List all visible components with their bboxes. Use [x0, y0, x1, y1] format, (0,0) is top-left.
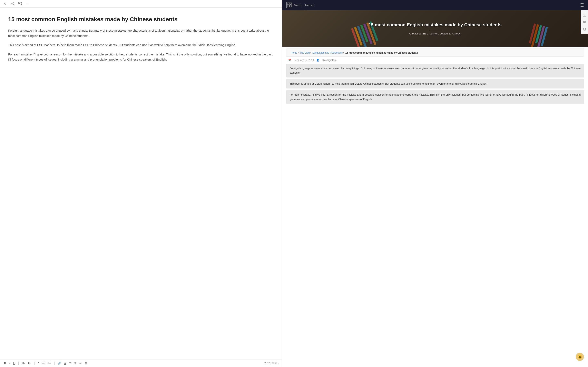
author-icon: 👤 — [316, 59, 319, 62]
toolbar-divider-2 — [34, 362, 35, 365]
right-sidebar — [581, 10, 588, 34]
format-quote[interactable]: " — [37, 361, 40, 365]
hero-divider — [429, 30, 441, 30]
editor-title: 15 most common English mistakes made by … — [8, 16, 274, 23]
svg-text:3.: 3. — [48, 363, 49, 364]
breadcrumb-sep-3: » — [343, 51, 345, 54]
svg-point-2 — [13, 4, 14, 5]
share-icon[interactable] — [11, 2, 15, 6]
svg-point-12 — [42, 362, 43, 362]
word-count-chevron[interactable]: ▾ — [277, 362, 279, 365]
logo-icon — [286, 2, 292, 8]
article-paragraphs: Foreign language mistakes can be caused … — [284, 64, 586, 104]
svg-rect-22 — [289, 3, 291, 4]
svg-point-13 — [42, 363, 43, 363]
editor-content-area[interactable]: 15 most common English mistakes made by … — [0, 8, 282, 359]
format-h1[interactable]: H₁ — [21, 361, 26, 365]
editor-paragraph-1: Foreign language mistakes can be caused … — [8, 28, 274, 38]
svg-point-25 — [290, 4, 291, 5]
sidebar-checkmark-icon[interactable] — [582, 12, 587, 17]
editor-bottom-toolbar: B I U H₁ H₂ " 1. 2. 3. — [0, 359, 282, 367]
format-underline[interactable]: U — [12, 361, 16, 365]
browser-preview-panel: Being Nomad ☰ — [282, 0, 588, 367]
more-icon[interactable]: ··· — [25, 2, 29, 6]
article-paragraph-1: Foreign language mistakes can be caused … — [286, 64, 584, 77]
format-link[interactable]: 🔗 — [57, 361, 62, 365]
format-ol[interactable]: 1. 2. 3. — [47, 361, 52, 365]
breadcrumb-category[interactable]: Languages and Interactions — [312, 51, 343, 54]
floating-emoji: 😊 — [578, 355, 582, 359]
breadcrumb-home[interactable]: Home — [291, 51, 297, 54]
format-indent[interactable]: ⇥ — [78, 361, 82, 365]
format-italic[interactable]: I — [8, 361, 11, 365]
svg-marker-29 — [583, 28, 586, 30]
word-count-value: 129 单词 — [267, 361, 277, 365]
breadcrumb-blog[interactable]: The Blog — [300, 51, 310, 54]
article-meta: 📅 February 17, 2019 👤 Ola Jagielska — [284, 57, 586, 64]
hero-text-container: 15 most common English mistakes made by … — [364, 18, 506, 39]
hamburger-menu[interactable]: ☰ — [580, 3, 584, 8]
breadcrumb-sep-1: » — [298, 51, 300, 54]
format-h2[interactable]: H₂ — [27, 361, 32, 365]
site-logo-text: Being Nomad — [294, 3, 314, 7]
hero-title: 15 most common English mistakes made by … — [369, 22, 502, 28]
svg-line-28 — [584, 21, 585, 23]
article-paragraph-2: This post is aimed at ESL teachers, to h… — [286, 79, 584, 89]
refresh-icon[interactable]: ↻ — [3, 2, 7, 6]
expand-icon[interactable] — [18, 2, 22, 6]
format-bold[interactable]: B — [3, 361, 7, 365]
floating-emoji-button[interactable]: 😊 — [576, 353, 584, 361]
editor-panel: ↻ ··· 15 most common English mistakes ma… — [0, 0, 282, 367]
editor-paragraph-2: This post is aimed at ESL teachers, to h… — [8, 42, 274, 48]
format-underline-a[interactable]: A — [63, 361, 67, 365]
editor-top-toolbar: ↻ ··· — [0, 0, 282, 8]
editor-body[interactable]: Foreign language mistakes can be caused … — [8, 28, 274, 62]
format-ul[interactable] — [41, 361, 46, 365]
word-count: ⏱ 129 单词 ▾ — [264, 361, 279, 365]
svg-rect-23 — [287, 5, 289, 7]
hero-subtitle: And tips for ESL teachers on how to fix … — [369, 32, 502, 35]
article-paragraph-3: For each mistake, I'll give both a reaso… — [286, 90, 584, 104]
article-date: February 17, 2019 — [294, 59, 314, 62]
svg-point-0 — [13, 2, 14, 3]
format-image[interactable]: 🖼 — [84, 361, 88, 365]
calendar-icon: 📅 — [288, 59, 291, 62]
svg-rect-21 — [287, 3, 289, 5]
format-text[interactable]: T — [68, 361, 72, 365]
article-area[interactable]: Home » The Blog » Languages and Interact… — [282, 47, 588, 367]
svg-point-14 — [42, 364, 43, 364]
svg-rect-27 — [583, 13, 586, 16]
site-navigation: Being Nomad ☰ — [282, 0, 588, 10]
breadcrumb-text: Home » The Blog » Languages and Interact… — [291, 51, 418, 54]
svg-rect-6 — [20, 4, 21, 5]
hero-image-section: 15 most common English mistakes made by … — [282, 10, 588, 47]
svg-line-3 — [12, 3, 13, 3]
breadcrumb: Home » The Blog » Languages and Interact… — [286, 49, 584, 57]
svg-line-4 — [12, 4, 13, 4]
breadcrumb-sep-2: » — [310, 51, 312, 54]
sidebar-layers-icon[interactable] — [582, 26, 587, 32]
svg-rect-5 — [18, 2, 20, 3]
sidebar-code-icon[interactable] — [582, 19, 587, 25]
editor-paragraph-3: For each mistake, I'll give both a reaso… — [8, 52, 274, 62]
article-author: Ola Jagielska — [322, 59, 337, 62]
svg-point-1 — [11, 3, 12, 4]
site-logo: Being Nomad — [286, 2, 314, 8]
breadcrumb-current: 15 most common English mistakes made by … — [345, 51, 418, 54]
format-strikethrough[interactable]: S — [73, 361, 77, 365]
